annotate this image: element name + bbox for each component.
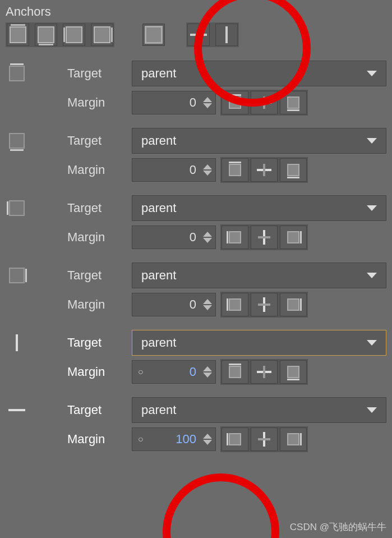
margin-value: 100 [148,432,199,447]
target-combobox[interactable]: parent [132,61,386,86]
margin-ref-group [220,224,308,250]
anchor-hcenter-margin-row: Margin ○ 100 [6,426,386,452]
margin-ref-right-button[interactable] [280,293,307,316]
target-value: parent [141,201,176,215]
margin-ref-hcenter-button[interactable] [251,158,278,182]
margin-ref-group [220,359,308,385]
target-value: parent [141,66,176,81]
anchor-vcenter-margin-row: Margin ○ 0 [6,359,386,385]
margin-ref-top-button[interactable] [222,360,248,384]
target-label: Target [67,268,132,283]
margin-ref-hcenter-button[interactable] [251,360,278,384]
margin-ref-top-button[interactable] [222,158,248,182]
chevron-down-icon [367,407,377,413]
anchor-top-icon [6,62,28,85]
margin-spinbox[interactable]: ○ 100 [132,427,216,451]
margin-value: 0 [138,95,199,110]
margin-ref-bottom-button[interactable] [280,158,307,182]
anchor-left-target-row: Target parent [6,195,386,221]
target-combobox[interactable]: parent [132,128,386,154]
anchor-hcenter-button[interactable] [187,24,210,46]
anchor-left-button[interactable] [63,24,85,46]
chevron-down-icon [367,71,377,76]
anchor-right-icon [6,264,28,287]
anchor-right-margin-row: Margin 0 [6,292,386,318]
margin-ref-hcenter-button[interactable] [251,91,278,114]
anchor-bottom-target-row: Target parent [6,128,386,154]
target-value: parent [141,134,176,148]
spinner-buttons[interactable] [203,366,212,378]
target-label: Target [67,403,132,417]
margin-ref-vcenter-button[interactable] [251,427,278,451]
target-value: parent [141,403,176,417]
anchor-bottom-icon [6,130,28,152]
margin-ref-top-button[interactable] [222,91,248,114]
target-label: Target [67,335,132,350]
anchor-right-target-row: Target parent [6,263,386,288]
spinner-buttons[interactable] [203,164,212,176]
modified-dot-icon: ○ [138,434,144,444]
margin-ref-vcenter-button[interactable] [251,293,278,316]
modified-dot-icon: ○ [138,367,144,377]
margin-spinbox[interactable]: 0 [132,226,216,249]
margin-ref-group [220,90,308,116]
anchor-bottom-margin-row: Margin 0 [6,157,386,183]
spinner-buttons[interactable] [203,97,212,108]
anchor-right-button[interactable] [91,24,113,46]
center-anchor-group [186,22,239,47]
annotation-circle-icon [163,473,279,538]
anchor-top-target-row: Target parent [6,61,386,86]
margin-ref-right-button[interactable] [280,226,307,249]
chevron-down-icon [367,138,377,144]
margin-value: 0 [138,163,199,177]
margin-label: Margin [67,163,132,177]
margin-label: Margin [67,230,132,245]
margin-ref-left-button[interactable] [222,427,248,451]
anchor-vcenter-button[interactable] [215,24,238,46]
target-combobox[interactable]: parent [132,330,386,356]
anchor-bottom-button[interactable] [35,24,57,46]
margin-spinbox[interactable]: ○ 0 [132,360,216,384]
margin-spinbox[interactable]: 0 [132,91,216,114]
anchor-left-icon [6,197,28,219]
spinner-buttons[interactable] [203,299,212,310]
target-combobox[interactable]: parent [132,195,386,221]
margin-spinbox[interactable]: 0 [132,293,216,316]
chevron-down-icon [367,205,377,211]
target-combobox[interactable]: parent [132,263,386,288]
anchor-vcenter-target-row: Target parent [6,330,386,356]
target-value: parent [141,335,176,350]
margin-value: 0 [138,297,199,312]
margin-ref-bottom-button[interactable] [280,360,307,384]
margin-value: 0 [148,365,199,379]
margin-ref-right-button[interactable] [280,427,307,451]
anchor-vcenter-icon [6,332,28,354]
margin-ref-bottom-button[interactable] [280,91,307,114]
anchor-hcenter-icon [6,399,28,421]
target-label: Target [67,201,132,215]
section-title: Anchors [6,4,386,19]
chevron-down-icon [367,340,377,346]
spinner-buttons[interactable] [203,434,212,445]
margin-label: Margin [67,432,132,447]
target-label: Target [67,134,132,148]
anchor-left-margin-row: Margin 0 [6,224,386,250]
margin-value: 0 [138,230,199,245]
edge-anchor-group [6,22,114,47]
watermark-text: CSDN @飞驰的蜗牛牛 [290,521,386,534]
anchor-preset-row [6,22,386,47]
anchor-top-margin-row: Margin 0 [6,90,386,116]
anchor-fill-button[interactable] [142,24,165,46]
margin-ref-group [220,426,308,452]
spinner-buttons[interactable] [203,232,212,243]
chevron-down-icon [367,273,377,278]
margin-ref-left-button[interactable] [222,226,248,249]
target-combobox[interactable]: parent [132,397,386,423]
anchor-hcenter-target-row: Target parent [6,397,386,423]
margin-label: Margin [67,297,132,312]
margin-spinbox[interactable]: 0 [132,158,216,182]
margin-ref-vcenter-button[interactable] [251,226,278,249]
anchor-top-button[interactable] [7,24,29,46]
margin-ref-left-button[interactable] [222,293,248,316]
margin-ref-group [220,292,308,318]
